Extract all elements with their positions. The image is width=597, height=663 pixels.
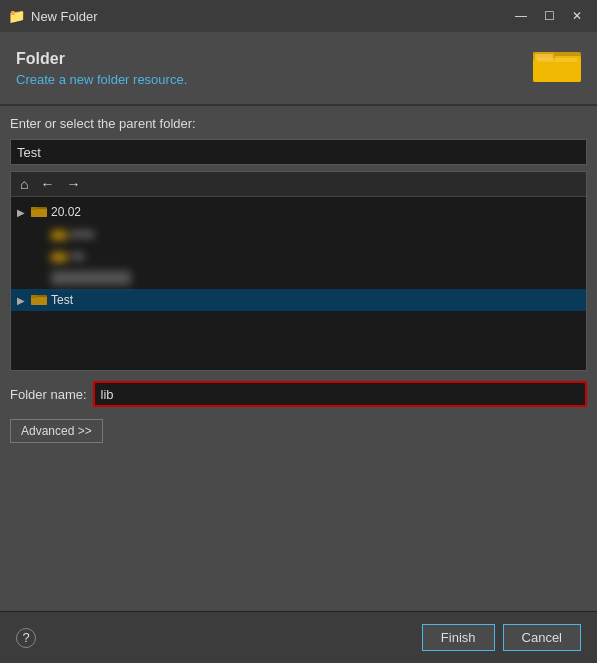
svg-rect-9 [51,232,67,240]
folder-name-label: Folder name: [10,387,87,402]
tree-folder-icon [51,249,67,263]
tree-toolbar: ⌂ ← → [11,172,586,197]
tree-row[interactable]: ▶ 20.02 [11,201,586,223]
tree-forward-button[interactable]: → [63,175,83,193]
tree-expand-icon: ▶ [17,295,31,306]
advanced-button[interactable]: Advanced >> [10,419,103,443]
tree-row-label: Test [51,293,73,307]
title-bar-controls: — ☐ ✕ [509,6,589,26]
title-bar-title: New Folder [31,9,97,24]
tree-row-blurred-content: emo [51,227,94,241]
tree-home-button[interactable]: ⌂ [17,175,31,193]
svg-rect-13 [31,297,47,305]
tree-row-blurred-content: no [51,249,84,263]
svg-rect-14 [31,295,38,298]
tree-row-selected[interactable]: ▶ Test [11,289,586,311]
tree-row[interactable]: emo [11,223,586,245]
tree-folder-icon [51,227,67,241]
help-button[interactable]: ? [16,628,36,648]
bottom-spacer [10,449,587,605]
finish-button[interactable]: Finish [422,624,495,651]
tree-expand-icon: ▶ [17,207,31,218]
parent-folder-label: Enter or select the parent folder: [10,116,587,131]
tree-row-blurred-content [51,271,131,285]
tree-folder-icon [31,292,47,306]
svg-rect-7 [31,207,38,210]
tree-folder-icon [31,204,47,218]
folder-node-icon [31,204,47,221]
folder-node-icon [31,292,47,309]
footer-buttons: Finish Cancel [422,624,581,651]
cancel-button[interactable]: Cancel [503,624,581,651]
header-subtext: Create a new folder resource. [16,72,187,87]
folder-icon-container [533,44,581,92]
title-bar-icon: 📁 [8,8,25,24]
folder-icon [533,44,581,86]
tree-row-label: no [71,249,84,263]
folder-name-input[interactable] [93,381,587,407]
folder-name-row: Folder name: [10,381,587,407]
tree-container[interactable]: ⌂ ← → ▶ 20.02 [10,171,587,371]
tree-row-label: emo [71,227,94,241]
header-heading: Folder [16,50,187,68]
title-bar-left: 📁 New Folder [8,8,97,24]
parent-folder-input[interactable] [10,139,587,165]
close-button[interactable]: ✕ [565,6,589,26]
dialog-header: Folder Create a new folder resource. [0,32,597,105]
tree-row[interactable]: no [11,245,586,267]
tree-back-button[interactable]: ← [37,175,57,193]
dialog-footer: ? Finish Cancel [0,611,597,663]
header-text: Folder Create a new folder resource. [16,50,187,87]
tree-row[interactable] [11,267,586,289]
form-area: Enter or select the parent folder: ⌂ ← →… [0,106,597,611]
svg-rect-11 [51,254,67,262]
dialog-content: Folder Create a new folder resource. Ent… [0,32,597,611]
maximize-button[interactable]: ☐ [537,6,561,26]
tree-body: ▶ 20.02 [11,197,586,315]
tree-row-label: 20.02 [51,205,81,219]
svg-rect-6 [31,209,47,217]
title-bar: 📁 New Folder — ☐ ✕ [0,0,597,32]
minimize-button[interactable]: — [509,6,533,26]
svg-rect-4 [537,58,577,62]
